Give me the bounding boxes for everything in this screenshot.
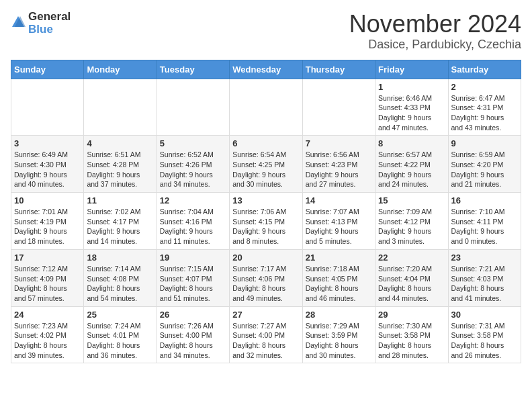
day-number: 25: [87, 310, 153, 320]
day-info: Sunrise: 6:47 AM Sunset: 4:31 PM Dayligh…: [451, 93, 518, 133]
day-info: Sunrise: 6:54 AM Sunset: 4:25 PM Dayligh…: [232, 150, 299, 189]
day-number: 2: [451, 82, 518, 92]
day-number: 15: [378, 195, 445, 205]
calendar-cell: 24Sunrise: 7:23 AM Sunset: 4:02 PM Dayli…: [11, 306, 84, 363]
calendar-cell: 17Sunrise: 7:12 AM Sunset: 4:09 PM Dayli…: [11, 249, 84, 306]
weekday-header-row: SundayMondayTuesdayWednesdayThursdayFrid…: [11, 60, 521, 79]
calendar-cell: [157, 79, 229, 136]
calendar-cell: 6Sunrise: 6:54 AM Sunset: 4:25 PM Daylig…: [230, 136, 302, 193]
header: General Blue November 2024 Dasice, Pardu…: [11, 11, 521, 52]
weekday-header: Friday: [375, 60, 448, 79]
day-number: 17: [14, 253, 81, 263]
calendar-cell: 14Sunrise: 7:07 AM Sunset: 4:13 PM Dayli…: [302, 193, 375, 250]
calendar-cell: 28Sunrise: 7:29 AM Sunset: 3:59 PM Dayli…: [302, 306, 375, 363]
calendar-cell: 21Sunrise: 7:18 AM Sunset: 4:05 PM Dayli…: [302, 249, 375, 306]
calendar-cell: [230, 79, 302, 136]
day-number: 14: [306, 195, 372, 205]
month-title: November 2024: [349, 11, 521, 38]
weekday-header: Thursday: [302, 60, 375, 79]
calendar-cell: 13Sunrise: 7:06 AM Sunset: 4:15 PM Dayli…: [230, 193, 302, 250]
day-number: 9: [451, 138, 518, 148]
calendar-week-row: 10Sunrise: 7:01 AM Sunset: 4:19 PM Dayli…: [11, 193, 521, 250]
calendar-cell: 9Sunrise: 6:59 AM Sunset: 4:20 PM Daylig…: [448, 136, 521, 193]
day-info: Sunrise: 7:12 AM Sunset: 4:09 PM Dayligh…: [14, 264, 81, 304]
day-number: 7: [306, 138, 372, 148]
calendar-cell: 12Sunrise: 7:04 AM Sunset: 4:16 PM Dayli…: [157, 193, 229, 250]
day-info: Sunrise: 7:02 AM Sunset: 4:17 PM Dayligh…: [87, 207, 153, 246]
calendar-cell: 30Sunrise: 7:31 AM Sunset: 3:58 PM Dayli…: [448, 306, 521, 363]
calendar-cell: 3Sunrise: 6:49 AM Sunset: 4:30 PM Daylig…: [11, 136, 84, 193]
day-number: 24: [14, 310, 81, 320]
day-info: Sunrise: 7:01 AM Sunset: 4:19 PM Dayligh…: [14, 207, 81, 246]
day-info: Sunrise: 7:06 AM Sunset: 4:15 PM Dayligh…: [232, 207, 299, 246]
weekday-header: Wednesday: [230, 60, 302, 79]
calendar-cell: 18Sunrise: 7:14 AM Sunset: 4:08 PM Dayli…: [84, 249, 157, 306]
day-number: 19: [160, 253, 226, 263]
calendar-week-row: 17Sunrise: 7:12 AM Sunset: 4:09 PM Dayli…: [11, 249, 521, 306]
logo-blue: Blue: [28, 24, 71, 36]
day-info: Sunrise: 7:09 AM Sunset: 4:12 PM Dayligh…: [378, 207, 445, 246]
day-number: 8: [378, 138, 445, 148]
calendar-cell: 8Sunrise: 6:57 AM Sunset: 4:22 PM Daylig…: [375, 136, 448, 193]
logo-general: General: [28, 11, 71, 24]
calendar-cell: [302, 79, 375, 136]
calendar-cell: 7Sunrise: 6:56 AM Sunset: 4:23 PM Daylig…: [302, 136, 375, 193]
day-number: 26: [160, 310, 226, 320]
day-info: Sunrise: 7:18 AM Sunset: 4:05 PM Dayligh…: [306, 264, 372, 304]
day-number: 23: [451, 253, 518, 263]
calendar-cell: 1Sunrise: 6:46 AM Sunset: 4:33 PM Daylig…: [375, 79, 448, 136]
day-info: Sunrise: 7:27 AM Sunset: 4:00 PM Dayligh…: [232, 321, 299, 361]
day-number: 16: [451, 195, 518, 205]
day-number: 13: [232, 195, 299, 205]
day-number: 4: [87, 138, 153, 148]
day-info: Sunrise: 6:46 AM Sunset: 4:33 PM Dayligh…: [378, 93, 445, 133]
day-info: Sunrise: 6:57 AM Sunset: 4:22 PM Dayligh…: [378, 150, 445, 189]
calendar-cell: 23Sunrise: 7:21 AM Sunset: 4:03 PM Dayli…: [448, 249, 521, 306]
day-number: 29: [378, 310, 445, 320]
day-info: Sunrise: 7:21 AM Sunset: 4:03 PM Dayligh…: [451, 264, 518, 304]
day-info: Sunrise: 7:07 AM Sunset: 4:13 PM Dayligh…: [306, 207, 372, 246]
day-info: Sunrise: 7:23 AM Sunset: 4:02 PM Dayligh…: [14, 321, 81, 361]
day-number: 22: [378, 253, 445, 263]
day-info: Sunrise: 7:15 AM Sunset: 4:07 PM Dayligh…: [160, 264, 226, 304]
day-info: Sunrise: 7:14 AM Sunset: 4:08 PM Dayligh…: [87, 264, 153, 304]
day-info: Sunrise: 6:52 AM Sunset: 4:26 PM Dayligh…: [160, 150, 226, 189]
day-info: Sunrise: 7:30 AM Sunset: 3:58 PM Dayligh…: [378, 321, 445, 361]
calendar-week-row: 1Sunrise: 6:46 AM Sunset: 4:33 PM Daylig…: [11, 79, 521, 136]
logo: General Blue: [11, 11, 71, 36]
calendar-cell: 16Sunrise: 7:10 AM Sunset: 4:11 PM Dayli…: [448, 193, 521, 250]
weekday-header: Sunday: [11, 60, 84, 79]
calendar-cell: 22Sunrise: 7:20 AM Sunset: 4:04 PM Dayli…: [375, 249, 448, 306]
day-info: Sunrise: 6:56 AM Sunset: 4:23 PM Dayligh…: [306, 150, 372, 189]
day-number: 20: [232, 253, 299, 263]
calendar-cell: 5Sunrise: 6:52 AM Sunset: 4:26 PM Daylig…: [157, 136, 229, 193]
calendar-cell: 26Sunrise: 7:26 AM Sunset: 4:00 PM Dayli…: [157, 306, 229, 363]
calendar-cell: 4Sunrise: 6:51 AM Sunset: 4:28 PM Daylig…: [84, 136, 157, 193]
calendar-cell: 10Sunrise: 7:01 AM Sunset: 4:19 PM Dayli…: [11, 193, 84, 250]
calendar-cell: 20Sunrise: 7:17 AM Sunset: 4:06 PM Dayli…: [230, 249, 302, 306]
day-number: 6: [232, 138, 299, 148]
calendar-cell: 2Sunrise: 6:47 AM Sunset: 4:31 PM Daylig…: [448, 79, 521, 136]
day-number: 18: [87, 253, 153, 263]
day-info: Sunrise: 7:26 AM Sunset: 4:00 PM Dayligh…: [160, 321, 226, 361]
day-number: 3: [14, 138, 81, 148]
calendar-cell: 11Sunrise: 7:02 AM Sunset: 4:17 PM Dayli…: [84, 193, 157, 250]
day-info: Sunrise: 7:04 AM Sunset: 4:16 PM Dayligh…: [160, 207, 226, 246]
calendar-week-row: 24Sunrise: 7:23 AM Sunset: 4:02 PM Dayli…: [11, 306, 521, 363]
day-number: 27: [232, 310, 299, 320]
location-title: Dasice, Pardubicky, Czechia: [349, 38, 521, 52]
day-info: Sunrise: 6:49 AM Sunset: 4:30 PM Dayligh…: [14, 150, 81, 189]
calendar-cell: [84, 79, 157, 136]
calendar-week-row: 3Sunrise: 6:49 AM Sunset: 4:30 PM Daylig…: [11, 136, 521, 193]
day-number: 11: [87, 195, 153, 205]
day-info: Sunrise: 7:10 AM Sunset: 4:11 PM Dayligh…: [451, 207, 518, 246]
day-info: Sunrise: 7:17 AM Sunset: 4:06 PM Dayligh…: [232, 264, 299, 304]
calendar-cell: [11, 79, 84, 136]
day-info: Sunrise: 7:24 AM Sunset: 4:01 PM Dayligh…: [87, 321, 153, 361]
logo-icon: [11, 15, 26, 30]
day-number: 5: [160, 138, 226, 148]
weekday-header: Monday: [84, 60, 157, 79]
title-area: November 2024 Dasice, Pardubicky, Czechi…: [349, 11, 521, 52]
calendar-cell: 15Sunrise: 7:09 AM Sunset: 4:12 PM Dayli…: [375, 193, 448, 250]
calendar-cell: 27Sunrise: 7:27 AM Sunset: 4:00 PM Dayli…: [230, 306, 302, 363]
